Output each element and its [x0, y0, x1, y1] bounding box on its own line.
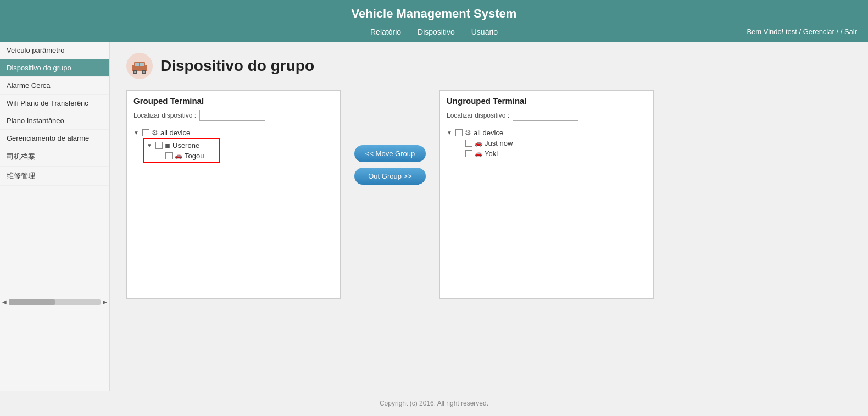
sidebar-item-wifi-plano[interactable]: Wifi Plano de Transferênc [0, 95, 109, 112]
middle-buttons: << Move Group Out Group >> [352, 90, 429, 185]
page-title: Dispositivo do grupo [160, 57, 314, 75]
footer-text: Copyright (c) 2016. All right reserved. [380, 400, 488, 407]
ungrouped-tree-children: 🚗 Just now 🚗 Yoki [447, 138, 647, 159]
ungrouped-terminal-panel: Ungrouped Terminal Localizar dispositivo… [439, 90, 654, 299]
page-header: Dispositivo do grupo [126, 53, 852, 79]
ungrouped-search-input[interactable] [513, 110, 578, 121]
userone-expand[interactable]: ▼ [147, 142, 153, 148]
grouped-search-row: Localizar dispositivo : [127, 108, 340, 125]
togou-label: Togou [185, 152, 204, 160]
sidebar-item-gerenciamento-alarme[interactable]: Gerenciamento de alarme [0, 130, 109, 147]
car-small-icon: 🚗 [175, 152, 182, 159]
ungrouped-search-row: Localizar dispositivo : [440, 108, 653, 125]
grouped-root-checkbox[interactable] [142, 129, 149, 136]
header: Vehicle Management System Relatório Disp… [0, 0, 868, 42]
ungrouped-tree: ▼ ⚙ all device 🚗 Just now [440, 125, 653, 165]
out-group-button[interactable]: Out Group >> [354, 168, 426, 185]
svg-rect-8 [140, 63, 144, 66]
yoki-checkbox[interactable] [465, 150, 472, 157]
grouped-tree-togou: 🚗 Togou [157, 151, 217, 161]
car-icon [126, 53, 153, 79]
grouped-search-input[interactable] [199, 110, 265, 121]
togou-checkbox[interactable] [165, 152, 173, 159]
grouped-tree: ▼ ⚙ all device ▼ ≣ [127, 125, 340, 170]
panels-row: Grouped Terminal Localizar dispositivo :… [126, 90, 852, 299]
ungrouped-root-expand[interactable]: ▼ [447, 130, 453, 136]
content-area: Dispositivo do grupo Grouped Terminal Lo… [110, 42, 868, 391]
scroll-thumb [9, 299, 55, 305]
sidebar-item-dispositivo-grupo[interactable]: Dispositivo do grupo [0, 59, 109, 77]
svg-point-6 [143, 71, 145, 73]
sidebar-item-plano-instantaneo[interactable]: Plano Instantâneo [0, 112, 109, 130]
nav-bar: Relatório Dispositivo Usuário Bem Vindo!… [0, 24, 868, 42]
group-icon: ≣ [165, 142, 170, 149]
yoki-label: Yoki [485, 149, 498, 158]
move-group-button[interactable]: << Move Group [354, 145, 426, 162]
grouped-root-expand[interactable]: ▼ [133, 130, 140, 136]
ungrouped-tree-justnow: 🚗 Just now [457, 138, 647, 148]
userone-label: Userone [173, 141, 199, 149]
grouped-root-label: all device [160, 129, 190, 137]
welcome-text: Bem Vindo! test / Gerenciar / / Sair [747, 27, 857, 36]
justnow-label: Just now [485, 139, 513, 147]
svg-rect-7 [135, 63, 139, 66]
scroll-track [9, 299, 101, 305]
grouped-terminal-panel: Grouped Terminal Localizar dispositivo :… [126, 90, 341, 299]
ungrouped-gear-icon: ⚙ [465, 129, 471, 137]
grouped-tree-root: ▼ ⚙ all device [133, 127, 333, 138]
sidebar-scrollbar: ◀ ▶ [0, 296, 109, 308]
ungrouped-tree-yoki: 🚗 Yoki [457, 148, 647, 159]
group-highlight-box: ▼ ≣ Userone 🚗 [143, 138, 220, 163]
sidebar-item-weixiu-guanli[interactable]: 维修管理 [0, 167, 109, 186]
sidebar: Veículo parâmetro Dispositivo do grupo A… [0, 42, 110, 391]
grouped-terminal-title: Grouped Terminal [127, 91, 340, 108]
grouped-tree-userone: ▼ ≣ Userone [147, 140, 217, 151]
ungrouped-search-label: Localizar dispositivo : [447, 112, 509, 119]
ungrouped-root-label: all device [474, 129, 503, 137]
userone-checkbox[interactable] [155, 142, 163, 149]
justnow-car-icon: 🚗 [475, 140, 482, 147]
gear-icon: ⚙ [152, 129, 158, 137]
main-layout: Veículo parâmetro Dispositivo do grupo A… [0, 42, 868, 391]
nav-dispositivo[interactable]: Dispositivo [418, 27, 455, 36]
sidebar-item-siji-dangan[interactable]: 司机档案 [0, 147, 109, 167]
ungrouped-terminal-title: Ungrouped Terminal [440, 91, 653, 108]
userone-children: 🚗 Togou [147, 151, 217, 161]
justnow-checkbox[interactable] [465, 140, 472, 147]
grouped-tree-children: ▼ ≣ Userone 🚗 [133, 138, 333, 163]
scroll-left-arrow[interactable]: ◀ [2, 299, 7, 305]
app-title: Vehicle Management System [0, 0, 868, 24]
sidebar-item-veiculo-parametro[interactable]: Veículo parâmetro [0, 42, 109, 59]
svg-point-5 [134, 71, 136, 73]
footer: Copyright (c) 2016. All right reserved. [0, 391, 868, 416]
sidebar-item-alarme-cerca[interactable]: Alarme Cerca [0, 77, 109, 95]
ungrouped-tree-root: ▼ ⚙ all device [447, 127, 647, 138]
yoki-car-icon: 🚗 [475, 150, 482, 157]
grouped-search-label: Localizar dispositivo : [133, 112, 196, 119]
nav-relatorio[interactable]: Relatório [370, 27, 401, 36]
nav-usuario[interactable]: Usuário [471, 27, 498, 36]
ungrouped-root-checkbox[interactable] [455, 129, 463, 136]
scroll-right-arrow[interactable]: ▶ [103, 299, 107, 305]
